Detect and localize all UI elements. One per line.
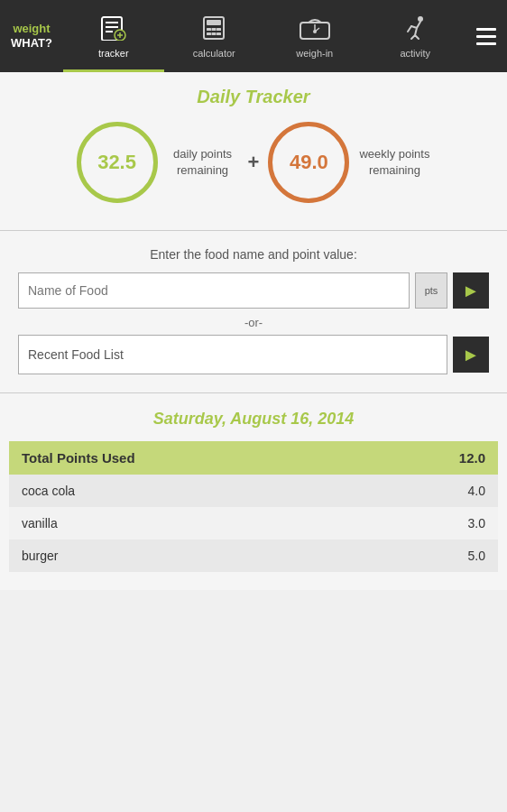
weighin-icon [299,15,331,44]
brand-what: WHAT? [11,36,52,51]
tab-activity-label: activity [400,48,430,59]
nav-tabs: tracker calculator [63,0,466,72]
svg-rect-13 [212,32,217,35]
log-item-row: coca cola 4.0 [9,475,498,507]
pts-label: pts [425,285,438,296]
log-item-name-0: coca cola [22,484,75,498]
weekly-points-container: 49.0 weekly pointsremaining [268,122,430,203]
tab-calculator[interactable]: calculator [164,0,265,72]
tab-activity[interactable]: activity [365,0,466,72]
log-item-row: vanilla 3.0 [9,507,498,540]
main-content: Daily Tracker 32.5 daily pointsremaining… [0,72,507,590]
food-input-row: pts ► [18,272,489,309]
date-title: Saturday, August 16, 2014 [18,410,489,429]
food-log: Total Points Used 12.0 coca cola 4.0 van… [0,441,507,572]
date-section: Saturday, August 16, 2014 [0,399,507,429]
arrow-right-icon-2: ► [462,345,480,365]
daily-points-label: daily pointsremaining [167,146,239,179]
plus-separator: + [248,151,260,174]
submit-food-button[interactable]: ► [453,272,489,309]
svg-rect-11 [217,28,221,31]
calculator-icon [201,15,226,44]
or-text: -or- [18,316,489,329]
food-entry-section: Enter the food name and point value: pts… [0,235,507,387]
svg-rect-12 [207,32,211,35]
arrow-right-icon: ► [462,281,480,301]
tab-weigh-in[interactable]: weigh-in [264,0,365,72]
log-item-points-1: 3.0 [468,516,485,531]
food-name-input[interactable] [18,272,410,309]
log-item-points-2: 5.0 [468,549,485,563]
header: weight WHAT? tracker [0,0,507,72]
svg-rect-10 [212,28,217,31]
divider-1 [0,230,507,231]
menu-button[interactable] [466,0,507,72]
svg-rect-9 [207,28,211,31]
weekly-points-label: weekly pointsremaining [358,146,430,179]
pts-box: pts [415,272,447,309]
weekly-points-value: 49.0 [290,151,328,174]
tracker-icon [100,15,127,44]
daily-points-circle: 32.5 [77,122,158,203]
svg-point-18 [313,30,317,33]
menu-line-2 [476,35,496,38]
log-item-name-1: vanilla [22,516,58,531]
tab-tracker-label: tracker [98,48,129,59]
activity-icon [401,15,429,44]
recent-food-select[interactable]: Recent Food List [18,335,447,374]
daily-points-value: 32.5 [97,151,136,174]
tab-calculator-label: calculator [193,48,235,59]
svg-rect-8 [207,20,221,25]
brand-weight: weight [13,22,50,36]
tab-tracker[interactable]: tracker [63,0,164,72]
total-points-value: 12.0 [459,450,485,466]
log-item-points-0: 4.0 [468,484,485,498]
daily-tracker-section: Daily Tracker 32.5 daily pointsremaining… [0,72,507,226]
log-header-row: Total Points Used 12.0 [9,441,498,475]
total-points-label: Total Points Used [22,450,135,466]
divider-2 [0,392,507,393]
tab-weighin-label: weigh-in [296,48,333,59]
menu-line-1 [476,28,496,31]
log-item-row: burger 5.0 [9,540,498,572]
recent-food-row: Recent Food List ► [18,335,489,374]
brand: weight WHAT? [0,0,63,72]
log-item-name-2: burger [22,549,58,563]
menu-line-3 [476,42,496,45]
points-row: 32.5 daily pointsremaining + 49.0 weekly… [18,122,489,203]
submit-recent-food-button[interactable]: ► [453,337,489,373]
svg-rect-14 [217,32,221,35]
daily-points-container: 32.5 daily pointsremaining [77,122,239,203]
daily-tracker-title: Daily Tracker [18,87,489,107]
weekly-points-circle: 49.0 [268,122,349,203]
food-entry-instruction: Enter the food name and point value: [18,247,489,262]
